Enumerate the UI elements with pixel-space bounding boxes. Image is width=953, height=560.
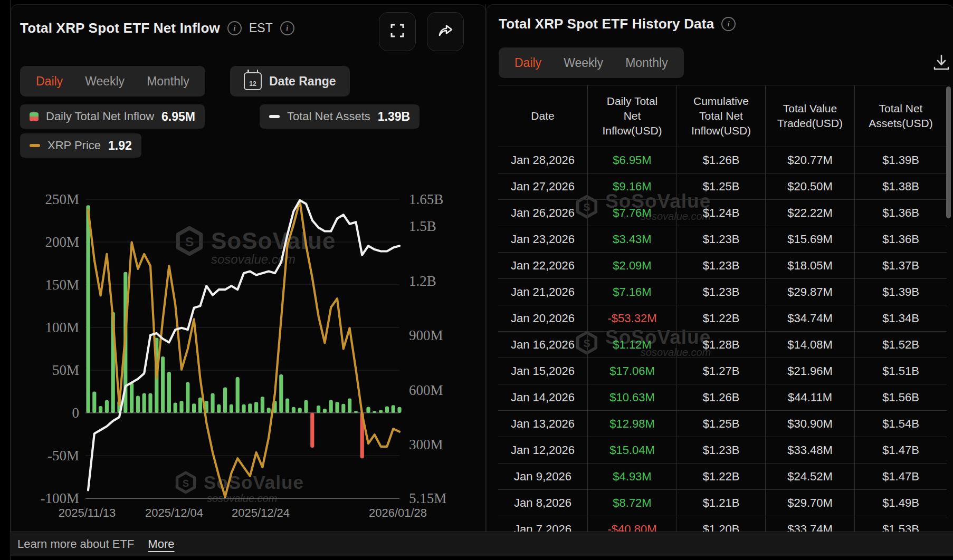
left-axis-tick: -50M [47, 448, 79, 464]
table-cell: Jan 14,2026 [498, 384, 588, 411]
table-row[interactable]: Jan 12,2026$15.04M$1.23B$33.48M$1.47B [498, 437, 947, 464]
table-cell: Jan 21,2026 [498, 279, 588, 305]
net-inflow-bar [130, 383, 134, 413]
table-cell: Jan 9,2026 [498, 464, 588, 490]
net-inflow-bar [348, 398, 351, 413]
net-inflow-bar [179, 401, 183, 413]
net-inflow-bar [354, 411, 358, 413]
net-inflow-chart[interactable]: 250M200M150M100M50M0-50M-100M1.65B1.5B1.… [11, 158, 475, 532]
table-cell: $7.16M [588, 279, 677, 305]
table-header-row: DateDaily Total Net Inflow(USD)Cumulativ… [498, 85, 947, 147]
fullscreen-button[interactable] [379, 12, 416, 51]
right-axis-tick: 300M [409, 437, 443, 452]
right-axis-tick: 1.5B [409, 218, 436, 234]
right-axis-tick: 900M [409, 327, 443, 343]
date-range-label: Date Range [269, 74, 336, 89]
table-cell: $1.54B [855, 411, 947, 437]
table-cell: $20.77M [766, 147, 855, 173]
table-scrollbar[interactable] [946, 86, 951, 218]
table-cell: $22.22M [766, 200, 855, 226]
table-info-icon[interactable]: i [721, 17, 736, 31]
history-table[interactable]: S SoSoValuesosovalue.com S SoSoValuesoso… [498, 85, 947, 542]
right-axis-tick: 600M [409, 382, 443, 398]
table-title: Total XRP Spot ETF History Data [499, 16, 714, 32]
legend-net-assets[interactable]: Total Net Assets 1.39B [260, 104, 420, 129]
table-row[interactable]: Jan 26,2026$7.76M$1.24B$22.22M$1.36B [498, 200, 947, 226]
tab-weekly[interactable]: Weekly [564, 56, 603, 70]
tab-monthly[interactable]: Monthly [147, 74, 189, 89]
footer-bar: Learn more about ETF More [10, 532, 953, 556]
net-inflow-bar [261, 397, 264, 413]
table-row[interactable]: Jan 28,2026$6.95M$1.26B$20.77M$1.39B [498, 147, 947, 173]
legend-label: Daily Total Net Inflow [46, 110, 154, 123]
table-row[interactable]: Jan 13,2026$12.98M$1.25B$30.90M$1.54B [498, 411, 947, 437]
table-header-cell: Total Value Traded(USD) [766, 85, 855, 147]
table-row[interactable]: Jan 14,2026$10.63M$1.26B$44.11M$1.56B [498, 384, 947, 411]
table-cell: $1.38B [855, 173, 947, 200]
tab-monthly[interactable]: Monthly [625, 56, 668, 70]
date-range-button[interactable]: 12 Date Range [230, 66, 350, 96]
left-axis-tick: 0 [72, 405, 80, 421]
net-inflow-bar [279, 374, 283, 413]
table-cell: $1.24B [677, 200, 766, 226]
table-cell: $4.93M [588, 464, 677, 490]
net-inflow-bar [366, 407, 370, 413]
legend-label: Total Net Assets [287, 110, 370, 123]
table-cell: $14.08M [766, 332, 855, 358]
table-row[interactable]: Jan 21,2026$7.16M$1.23B$29.87M$1.39B [498, 279, 947, 305]
left-axis-tick: 100M [45, 320, 79, 335]
left-axis-tick: 250M [45, 191, 79, 207]
right-axis-tick: 1.65B [409, 191, 443, 207]
table-cell: $29.70M [766, 490, 855, 516]
net-inflow-bar [242, 404, 245, 413]
calendar-icon: 12 [244, 72, 262, 90]
net-inflow-bar [99, 406, 102, 413]
net-inflow-bar [92, 392, 96, 413]
net-inflow-bar [86, 205, 90, 413]
table-row[interactable]: Jan 27,2026$9.16M$1.25B$20.50M$1.38B [498, 173, 947, 200]
footer-more-link[interactable]: More [148, 537, 174, 551]
net-inflow-bar [230, 404, 233, 413]
table-cell: $29.87M [766, 279, 855, 305]
table-row[interactable]: Jan 8,2026$8.72M$1.21B$29.70M$1.49B [498, 490, 947, 516]
left-axis-tick: -100M [41, 490, 80, 506]
table-row[interactable]: Jan 22,2026$2.09M$1.23B$18.05M$1.37B [498, 253, 947, 279]
table-row[interactable]: Jan 23,2026$3.43M$1.23B$15.69M$1.36B [498, 226, 947, 253]
table-row[interactable]: Jan 16,2026$1.12M$1.28B$14.08M$1.52B [498, 332, 947, 358]
net-inflow-bar [211, 393, 214, 413]
legend-value: 1.39B [378, 110, 410, 124]
net-inflow-bar [254, 402, 258, 413]
tab-weekly[interactable]: Weekly [85, 74, 125, 89]
table-cell: $1.39B [855, 147, 947, 173]
tab-daily[interactable]: Daily [514, 56, 541, 70]
table-cell: $1.34B [855, 305, 947, 332]
chart-info-icon[interactable]: i [227, 21, 242, 35]
legend-xrp-price[interactable]: XRP Price 1.92 [20, 133, 141, 158]
table-cell: $33.48M [766, 437, 855, 464]
table-row[interactable]: Jan 15,2026$17.06M$1.27B$21.96M$1.51B [498, 358, 947, 384]
net-inflow-bar [267, 408, 271, 413]
net-inflow-bar [392, 405, 395, 413]
table-cell: $1.39B [855, 279, 947, 305]
tab-daily[interactable]: Daily [36, 74, 63, 89]
table-cell: $1.56B [855, 384, 947, 411]
table-row[interactable]: Jan 20,2026-$53.32M$1.22B$34.74M$1.34B [498, 305, 947, 332]
table-cell: $3.43M [588, 226, 677, 253]
table-cell: $1.26B [677, 147, 766, 173]
x-axis-tick: 2025/12/04 [145, 506, 203, 519]
table-cell: $1.23B [677, 226, 766, 253]
timezone-info-icon[interactable]: i [280, 21, 294, 35]
share-button[interactable] [427, 12, 464, 51]
table-cell: $1.47B [855, 464, 947, 490]
download-button[interactable] [931, 53, 952, 75]
legend-label: XRP Price [47, 139, 101, 152]
table-cell: $1.51B [855, 358, 947, 384]
left-axis-tick: 200M [45, 234, 79, 250]
table-row[interactable]: Jan 9,2026$4.93M$1.22B$24.52M$1.47B [498, 464, 947, 490]
table-cell: $1.25B [677, 411, 766, 437]
net-inflow-bar [161, 356, 165, 413]
net-inflow-bar [167, 372, 171, 413]
legend-value: 1.92 [108, 139, 132, 153]
legend-net-inflow[interactable]: Daily Total Net Inflow 6.95M [20, 104, 205, 129]
x-axis-tick: 2025/12/24 [232, 506, 290, 519]
